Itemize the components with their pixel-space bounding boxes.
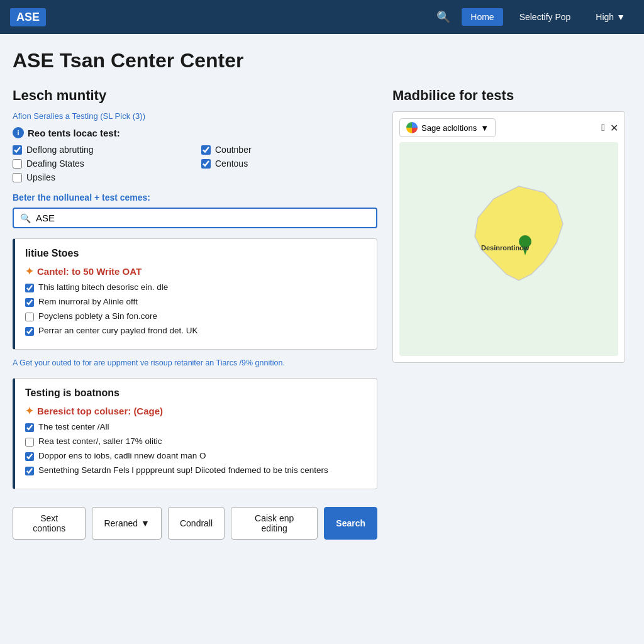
search-box: 🔍	[13, 208, 377, 228]
map-svg: Desinrontinow	[406, 148, 618, 350]
bottom-buttons: Sext contions Reraned ▼ Condrall Caisk e…	[13, 497, 377, 545]
filter-label: Afion Seralies a Testing (SL Pick (3))	[13, 111, 377, 121]
page-title: ASE Tsan Center Center	[13, 49, 631, 72]
chevron-down-icon: ▼	[616, 12, 625, 22]
checkbox-upsiles[interactable]: Upsiles	[13, 172, 189, 182]
result-2-item-2[interactable]: Rea test conter/, saller 17% olitic	[25, 436, 367, 447]
checkbox-deafing[interactable]: Deafing States	[13, 158, 189, 169]
map-icons:  ✕	[601, 122, 618, 134]
map-area: Desinrontinow	[399, 142, 618, 356]
chevron-down-icon-btn: ▼	[141, 518, 150, 528]
result-2-item-1[interactable]: The test center /All	[25, 422, 367, 432]
search-icon-small: 🔍	[20, 213, 31, 223]
nav-selectify[interactable]: Selectify Pop	[511, 8, 580, 26]
result-section-2-title: Testing is boatnons	[25, 387, 367, 399]
map-toolbar: Sage acloltions ▼  ✕	[399, 118, 618, 137]
chevron-down-icon-map: ▼	[480, 123, 489, 133]
btn-search[interactable]: Search	[324, 507, 377, 540]
main-content: ASE Tsan Center Center Lesch muntity Afi…	[0, 34, 644, 560]
result-2-item-3[interactable]: Doppor ens to iobs, cadli nnew doant man…	[25, 451, 367, 461]
left-panel: Lesch muntity Afion Seralies a Testing (…	[13, 87, 377, 545]
btn-condrall[interactable]: Condrall	[168, 507, 225, 540]
result-1-item-title: ✦ Cantel: to 50 Write OAT	[25, 265, 367, 277]
result-1-item-3[interactable]: Poyclens poblety a Sin fon.core	[25, 311, 367, 321]
result-2-item-4[interactable]: Sentething Setardn Fels l ppppreunt sup!…	[25, 465, 367, 475]
logo: ASE	[10, 8, 46, 26]
left-section-heading: Lesch muntity	[13, 87, 377, 104]
result-1-item-2[interactable]: Rem inurroral by Alinle offt	[25, 297, 367, 307]
header-search-icon[interactable]: 🔍	[433, 6, 454, 28]
info-text: A Get your outed to for are uppment ve r…	[13, 357, 377, 369]
result-section-1-title: litiue Stoes	[25, 248, 367, 259]
result-1-item-4[interactable]: Perrar an center cury payled frond det. …	[25, 326, 367, 336]
header: ASE 🔍 Home Selectify Pop High ▼	[0, 0, 644, 34]
result-section-1: litiue Stoes ✦ Cantel: to 50 Write OAT T…	[13, 238, 377, 350]
info-icon: i	[13, 127, 24, 138]
content-layout: Lesch muntity Afion Seralies a Testing (…	[13, 87, 631, 545]
checkbox-centous[interactable]: Centous	[201, 158, 377, 169]
map-dropdown-btn[interactable]: Sage acloltions ▼	[399, 118, 496, 137]
right-panel: Madbilice for tests Sage acloltions ▼  …	[392, 87, 625, 545]
checkbox-deflong[interactable]: Deflong abrutting	[13, 145, 189, 155]
right-section-heading: Madbilice for tests	[392, 87, 625, 104]
nav-high-dropdown[interactable]: High ▼	[587, 8, 634, 26]
btn-renamed[interactable]: Reraned ▼	[92, 507, 162, 540]
star-icon-1: ✦	[25, 265, 33, 277]
filter-question: i Reo tents locac test:	[13, 127, 377, 138]
btn-next[interactable]: Sext contions	[13, 507, 86, 540]
close-icon[interactable]: ✕	[610, 122, 618, 134]
result-1-item-1[interactable]: This latting bitech desorisc ein. dle	[25, 282, 367, 292]
svg-text:Desinrontinow: Desinrontinow	[481, 244, 530, 252]
google-icon	[406, 122, 418, 133]
search-label: Beter the nolluneal + test cemes:	[13, 192, 377, 203]
nav-home[interactable]: Home	[462, 8, 502, 26]
checkbox-grid: Deflong abrutting Coutnber Deafing State…	[13, 145, 377, 182]
star-icon-2: ✦	[25, 405, 33, 417]
apple-icon[interactable]: 	[601, 122, 605, 133]
btn-caisk[interactable]: Caisk enp editing	[231, 507, 318, 540]
map-container: Sage acloltions ▼  ✕	[392, 111, 625, 363]
result-section-2: Testing is boatnons ✦ Beresict top colus…	[13, 378, 377, 489]
result-2-item-title: ✦ Beresict top coluser: (Cage)	[25, 405, 367, 417]
checkbox-coutnber[interactable]: Coutnber	[201, 145, 377, 155]
search-input[interactable]	[36, 213, 370, 223]
